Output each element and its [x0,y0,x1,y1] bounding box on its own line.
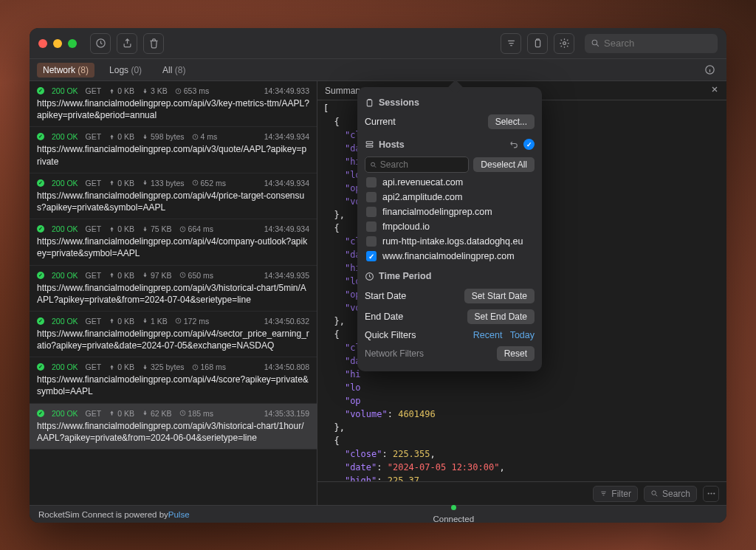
network-filters-label: Network Filters [365,348,424,359]
session-select-button[interactable]: Select... [488,114,535,129]
status-code: 200 OK [52,86,78,95]
http-method: GET [86,86,102,95]
deselect-all-button[interactable]: Deselect All [473,157,535,172]
status-code: 200 OK [52,271,78,280]
host-checkbox[interactable] [366,236,377,247]
clock-icon[interactable] [90,33,111,54]
host-name: fmpcloud.io [382,221,430,232]
more-icon[interactable] [703,486,719,502]
connection-indicator [451,505,456,510]
svg-rect-1 [535,40,540,47]
timestamp: 14:34:50.808 [264,362,309,371]
request-row[interactable]: ✓ 200 OK GET 0 KB 325 bytes 168 ms 14:34… [30,357,317,403]
status-dot: ✓ [37,133,44,140]
status-code: 200 OK [52,317,78,326]
duration: 664 ms [179,224,213,233]
start-date-label: Start Date [365,291,406,301]
host-checkbox[interactable] [366,251,377,261]
host-item[interactable]: api2.amplitude.com [365,190,535,204]
duration: 652 ms [192,179,226,188]
filter-box[interactable]: Filter [593,486,638,502]
close-icon[interactable] [710,85,719,96]
footer-text: RocketSim Connect is powered by [38,510,168,519]
timestamp: 14:34:49.935 [264,271,309,280]
request-url: https://www.financialmodelingprep.com/ap… [37,420,309,444]
svg-point-14 [707,492,709,494]
status-dot: ✓ [37,410,44,417]
host-name: api.revenuecat.com [382,177,463,188]
titlebar-search[interactable] [585,34,718,53]
gear-icon[interactable] [554,33,574,54]
host-checkbox[interactable] [366,221,377,232]
session-current-label: Current [365,117,488,127]
hosts-search[interactable] [365,157,469,173]
quick-today-link[interactable]: Today [510,330,535,340]
host-item[interactable]: api.revenuecat.com [365,175,535,190]
tab-all[interactable]: All (8) [157,63,191,78]
upload-size: 0 KB [109,224,134,233]
status-bar: RocketSim Connect is powered by Pulse Co… [30,505,726,523]
http-method: GET [86,179,102,188]
set-start-date-button[interactable]: Set Start Date [464,289,535,303]
host-name: financialmodelingprep.com [382,207,492,217]
request-url: https://www.financialmodelingprep.com/ap… [37,374,309,397]
search-box[interactable]: Search [644,486,697,502]
close-window-button[interactable] [38,39,47,48]
request-row[interactable]: ✓ 200 OK GET 0 KB 1 KB 172 ms 14:34:50.6… [30,312,317,357]
download-size: 75 KB [142,224,172,233]
host-checkbox[interactable] [366,177,377,188]
request-url: https://www.financialmodelingprep.com/ap… [37,97,309,121]
request-row[interactable]: ✓ 200 OK GET 0 KB 62 KB 185 ms 14:35:33.… [30,404,317,450]
request-row[interactable]: ✓ 200 OK GET 0 KB 3 KB 653 ms 14:34:49.9… [30,81,317,127]
request-row[interactable]: ✓ 200 OK GET 0 KB 97 KB 650 ms 14:34:49.… [30,266,317,312]
undo-icon[interactable] [509,140,519,149]
tab-logs[interactable]: Logs (0) [103,63,148,78]
duration: 168 ms [192,362,226,371]
download-size: 62 KB [142,409,172,418]
duration: 653 ms [175,86,209,95]
host-name: www.financialmodelingprep.com [382,251,515,261]
brand-link[interactable]: Pulse [168,510,190,519]
share-icon[interactable] [117,33,137,54]
trash-icon[interactable] [143,33,164,54]
hosts-search-input[interactable] [380,159,464,170]
svg-rect-18 [366,142,373,144]
filter-icon[interactable] [501,33,521,54]
request-row[interactable]: ✓ 200 OK GET 0 KB 133 bytes 652 ms 14:34… [30,173,317,219]
request-url: https://www.financialmodelingprep.com/ap… [37,328,309,351]
host-item[interactable]: rum-http-intake.logs.datadoghq.eu [365,234,535,249]
set-end-date-button[interactable]: Set End Date [467,309,535,324]
hosts-icon [365,140,374,149]
request-row[interactable]: ✓ 200 OK GET 0 KB 75 KB 664 ms 14:34:49.… [30,219,317,265]
duration: 185 ms [179,409,213,418]
host-name: rum-http-intake.logs.datadoghq.eu [382,236,523,247]
quick-recent-link[interactable]: Recent [473,330,503,340]
sessions-icon [365,98,374,108]
upload-size: 0 KB [109,362,134,371]
timestamp: 14:34:50.632 [264,317,309,326]
host-item[interactable]: fmpcloud.io [365,219,535,234]
clipboard-icon[interactable] [527,33,548,54]
titlebar-search-input[interactable] [604,38,693,49]
request-url: https://www.financialmodelingprep.com/ap… [37,236,309,259]
search-icon [650,489,659,498]
host-item[interactable]: financialmodelingprep.com [365,204,535,219]
reset-button[interactable]: Reset [497,346,535,361]
request-row[interactable]: ✓ 200 OK GET 0 KB 598 bytes 4 ms 14:34:4… [30,127,317,173]
sessions-header: Sessions [379,97,419,108]
applied-badge: ✓ [523,139,535,150]
minimize-window-button[interactable] [53,39,62,48]
host-checkbox[interactable] [366,207,377,217]
download-size: 598 bytes [142,132,185,141]
svg-point-16 [713,492,715,494]
svg-point-13 [652,491,656,495]
clock-small-icon [365,272,374,281]
zoom-window-button[interactable] [68,39,77,48]
hosts-header: Hosts [379,140,405,150]
host-checkbox[interactable] [366,192,377,202]
http-method: GET [86,132,102,141]
tab-network[interactable]: Network (8) [37,63,94,78]
host-item[interactable]: www.financialmodelingprep.com [365,249,535,264]
window-controls [38,39,77,48]
info-icon[interactable] [700,61,719,80]
